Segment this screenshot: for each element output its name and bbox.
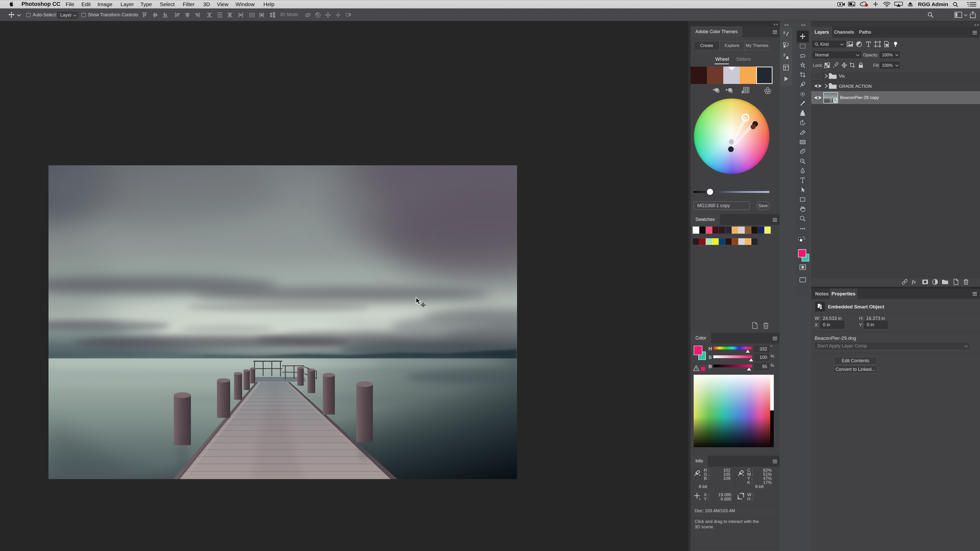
svg-text:fx: fx — [912, 279, 916, 284]
